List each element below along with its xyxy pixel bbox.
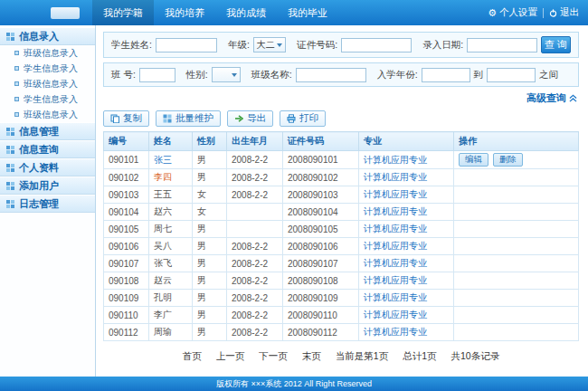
major-link[interactable]: 计算机应用专业 <box>364 258 427 268</box>
search-button[interactable]: 查 询 <box>541 36 571 53</box>
bullet-icon <box>14 97 19 101</box>
table-body: 090101张三男2008-2-22008090101计算机应用专业编辑删除09… <box>104 151 579 341</box>
sidebar-item[interactable]: 班级信息录入 <box>0 107 95 122</box>
cell-major: 计算机应用专业 <box>359 221 454 238</box>
student-name-input[interactable] <box>156 38 217 52</box>
cell-gender: 男 <box>193 255 227 272</box>
nav-item-2[interactable]: 我的培养 <box>154 0 215 25</box>
nav-item-1[interactable]: 我的学籍 <box>92 0 154 25</box>
advanced-search-row: 高级查询 <box>103 91 577 105</box>
main-nav: 我的学籍我的培养我的成绩我的毕业 <box>92 0 338 25</box>
grade-select[interactable]: 大二 <box>253 37 286 52</box>
major-link[interactable]: 计算机应用专业 <box>364 292 427 302</box>
sidebar-section-5[interactable]: 添加用户 <box>0 176 95 195</box>
cell-major: 计算机应用专业 <box>359 324 454 341</box>
cell-id: 090108 <box>104 272 149 290</box>
cell-gender: 女 <box>193 204 227 221</box>
sidebar-item[interactable]: 班级信息录入 <box>0 76 95 91</box>
chevron-down-icon <box>232 73 237 80</box>
cell-gender: 男 <box>193 272 227 290</box>
pagination-link[interactable]: 上一页 <box>216 350 245 363</box>
sidebar-section-6[interactable]: 日志管理 <box>0 195 95 213</box>
table-row: 090106吴八男2008-2-22008090106计算机应用专业 <box>104 238 579 255</box>
major-link[interactable]: 计算机应用专业 <box>364 206 427 216</box>
settings-link[interactable]: ⚙ 个人设置 <box>488 6 537 19</box>
sidebar-section-2[interactable]: 信息管理 <box>0 122 95 140</box>
logout-label: 退出 <box>560 6 579 19</box>
cell-name: 周瑜 <box>149 324 193 341</box>
major-link[interactable]: 计算机应用专业 <box>364 189 427 199</box>
cell-cert: 2008090102 <box>283 169 359 186</box>
copy-button[interactable]: 复制 <box>103 110 149 127</box>
gender-select[interactable] <box>212 67 241 82</box>
cell-birth: 2008-2-2 <box>227 290 283 307</box>
settings-label: 个人设置 <box>499 6 537 19</box>
major-link[interactable]: 计算机应用专业 <box>364 241 427 251</box>
to-label: 到 <box>474 69 484 81</box>
batch-maintain-button[interactable]: 批量维护 <box>156 110 221 127</box>
print-button[interactable]: 打印 <box>280 110 326 127</box>
cert-number-input[interactable] <box>341 38 412 52</box>
table-row: 090103王五女2008-2-22008090103计算机应用专业 <box>104 186 579 204</box>
toolbar: 复制 批量维护 导出 <box>103 110 579 127</box>
print-label: 打印 <box>299 112 318 125</box>
major-link[interactable]: 计算机应用专业 <box>364 224 427 234</box>
entry-date-label: 录入日期: <box>422 39 463 52</box>
sidebar-item[interactable]: 班级信息录入 <box>0 45 95 61</box>
nav-item-4[interactable]: 我的毕业 <box>277 0 338 25</box>
advanced-search-link[interactable]: 高级查询 <box>526 91 577 105</box>
pagination-link[interactable]: 首页 <box>183 350 202 363</box>
cell-id: 090101 <box>104 151 149 169</box>
sidebar-item[interactable]: 学生信息录入 <box>0 91 95 107</box>
cell-id: 090109 <box>104 290 149 307</box>
header-divider <box>543 8 544 18</box>
class-no-input[interactable] <box>139 68 175 82</box>
search-panel-secondary: 班 号: 性别: 班级名称: 入学年份: 到 之间 <box>103 62 579 87</box>
class-name-input[interactable] <box>296 68 366 82</box>
sidebar-section-label: 信息查询 <box>19 143 59 157</box>
cell-cert: 2008090105 <box>283 221 359 238</box>
table-row: 090102李四男2008-2-22008090102计算机应用专业 <box>104 169 579 186</box>
enroll-year-to-input[interactable] <box>487 68 536 82</box>
entry-date-input[interactable] <box>467 38 537 52</box>
cell-gender: 男 <box>193 151 227 169</box>
delete-button[interactable]: 删除 <box>493 153 523 167</box>
column-header: 性别 <box>193 132 227 151</box>
cell-operations: 编辑删除 <box>454 151 579 169</box>
sidebar-item-label: 班级信息录入 <box>24 109 78 121</box>
cell-major: 计算机应用专业 <box>359 186 454 204</box>
pagination-link[interactable]: 末页 <box>302 350 321 363</box>
cell-id: 090112 <box>104 324 149 341</box>
footer: 版权所有 ×××系统 2012 All Right Reserved <box>0 377 588 391</box>
table-row: 090104赵六女2008090104计算机应用专业 <box>104 204 579 221</box>
sidebar-section-1[interactable]: 信息录入 <box>0 27 95 45</box>
major-link[interactable]: 计算机应用专业 <box>364 172 427 182</box>
major-link[interactable]: 计算机应用专业 <box>364 310 427 319</box>
cell-id: 090103 <box>104 186 149 204</box>
export-button[interactable]: 导出 <box>227 110 273 127</box>
pagination-info: 总计1页 <box>403 350 436 363</box>
cell-cert: 2008090106 <box>283 238 359 255</box>
cell-birth: 2008-2-2 <box>227 186 283 204</box>
major-link[interactable]: 计算机应用专业 <box>364 155 427 165</box>
cell-cert: 2008090110 <box>283 307 359 324</box>
export-arrow-icon <box>234 114 243 123</box>
enroll-year-from-input[interactable] <box>422 68 470 82</box>
advanced-search-label: 高级查询 <box>526 91 566 105</box>
major-link[interactable]: 计算机应用专业 <box>364 327 427 337</box>
sidebar-section-4[interactable]: 个人资料 <box>0 158 95 176</box>
logout-link[interactable]: 退出 <box>549 6 579 19</box>
sidebar-item-label: 学生信息录入 <box>24 93 78 106</box>
cell-id: 090106 <box>104 238 149 255</box>
edit-button[interactable]: 编辑 <box>459 153 488 167</box>
export-label: 导出 <box>247 112 266 125</box>
table-row: 090109孔明男2008-2-22008090109计算机应用专业 <box>104 290 579 307</box>
column-header: 编号 <box>104 132 149 151</box>
sidebar-item[interactable]: 学生信息录入 <box>0 61 95 76</box>
cell-name: 周七 <box>149 221 193 238</box>
major-link[interactable]: 计算机应用专业 <box>364 275 427 285</box>
pagination-link[interactable]: 下一页 <box>259 350 288 363</box>
nav-item-3[interactable]: 我的成绩 <box>215 0 277 25</box>
sidebar-section-3[interactable]: 信息查询 <box>0 140 95 158</box>
table-row: 090105周七男2008090105计算机应用专业 <box>104 221 579 238</box>
